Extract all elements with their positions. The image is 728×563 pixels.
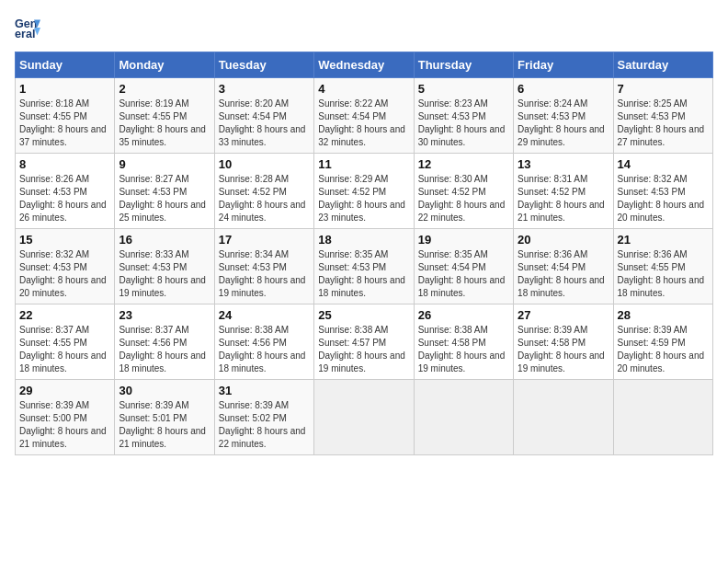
day-cell-25: 25Sunrise: 8:38 AMSunset: 4:57 PMDayligh…	[314, 304, 414, 380]
day-info: Sunrise: 8:35 AMSunset: 4:53 PMDaylight:…	[318, 248, 409, 300]
day-info: Sunrise: 8:37 AMSunset: 4:55 PMDaylight:…	[19, 324, 110, 375]
day-cell-19: 19Sunrise: 8:35 AMSunset: 4:54 PMDayligh…	[414, 229, 513, 304]
header-day-thursday: Thursday	[414, 52, 513, 78]
day-number: 3	[219, 82, 310, 96]
day-cell-11: 11Sunrise: 8:29 AMSunset: 4:52 PMDayligh…	[314, 154, 414, 229]
day-number: 7	[618, 82, 709, 96]
day-info: Sunrise: 8:29 AMSunset: 4:52 PMDaylight:…	[318, 173, 409, 224]
day-number: 25	[318, 308, 409, 322]
day-number: 18	[318, 233, 409, 247]
day-number: 24	[219, 308, 310, 322]
day-number: 17	[219, 233, 310, 247]
day-number: 15	[19, 233, 110, 247]
day-info: Sunrise: 8:35 AMSunset: 4:54 PMDaylight:…	[418, 248, 509, 300]
header-day-sunday: Sunday	[16, 52, 115, 78]
day-cell-22: 22Sunrise: 8:37 AMSunset: 4:55 PMDayligh…	[16, 304, 115, 380]
day-info: Sunrise: 8:26 AMSunset: 4:53 PMDaylight:…	[19, 173, 110, 224]
day-number: 6	[518, 82, 609, 96]
day-cell-24: 24Sunrise: 8:38 AMSunset: 4:56 PMDayligh…	[214, 304, 313, 380]
header-day-friday: Friday	[514, 52, 613, 78]
day-info: Sunrise: 8:33 AMSunset: 4:53 PMDaylight:…	[119, 248, 210, 300]
day-number: 14	[618, 157, 709, 171]
calendar-header-row: SundayMondayTuesdayWednesdayThursdayFrid…	[16, 52, 713, 78]
day-number: 5	[418, 82, 509, 96]
day-info: Sunrise: 8:39 AMSunset: 4:58 PMDaylight:…	[518, 324, 609, 375]
day-info: Sunrise: 8:27 AMSunset: 4:53 PMDaylight:…	[119, 173, 210, 224]
day-cell-12: 12Sunrise: 8:30 AMSunset: 4:52 PMDayligh…	[414, 154, 513, 229]
day-number: 20	[518, 233, 609, 247]
day-cell-31: 31Sunrise: 8:39 AMSunset: 5:02 PMDayligh…	[214, 380, 313, 455]
day-number: 10	[219, 157, 310, 171]
day-cell-6: 6Sunrise: 8:24 AMSunset: 4:53 PMDaylight…	[514, 78, 613, 154]
day-number: 2	[119, 82, 210, 96]
day-info: Sunrise: 8:36 AMSunset: 4:54 PMDaylight:…	[518, 248, 609, 300]
header-day-saturday: Saturday	[613, 52, 712, 78]
logo: Gen eral	[15, 15, 44, 40]
day-number: 19	[418, 233, 509, 247]
header-day-tuesday: Tuesday	[214, 52, 313, 78]
svg-text:eral: eral	[15, 28, 35, 40]
day-info: Sunrise: 8:30 AMSunset: 4:52 PMDaylight:…	[418, 173, 509, 224]
header-day-wednesday: Wednesday	[314, 52, 414, 78]
day-number: 4	[318, 82, 409, 96]
day-number: 29	[19, 384, 110, 397]
day-info: Sunrise: 8:38 AMSunset: 4:57 PMDaylight:…	[318, 324, 409, 375]
day-info: Sunrise: 8:32 AMSunset: 4:53 PMDaylight:…	[618, 173, 709, 224]
day-number: 16	[119, 233, 210, 247]
day-number: 26	[418, 308, 509, 322]
day-cell-17: 17Sunrise: 8:34 AMSunset: 4:53 PMDayligh…	[214, 229, 313, 304]
day-number: 31	[219, 384, 310, 397]
logo-icon: Gen eral	[15, 15, 40, 40]
day-cell-10: 10Sunrise: 8:28 AMSunset: 4:52 PMDayligh…	[214, 154, 313, 229]
day-info: Sunrise: 8:18 AMSunset: 4:55 PMDaylight:…	[19, 98, 110, 149]
day-number: 30	[119, 384, 210, 397]
empty-cell	[314, 380, 414, 455]
day-number: 27	[518, 308, 609, 322]
day-cell-23: 23Sunrise: 8:37 AMSunset: 4:56 PMDayligh…	[115, 304, 214, 380]
day-cell-4: 4Sunrise: 8:22 AMSunset: 4:54 PMDaylight…	[314, 78, 414, 154]
day-info: Sunrise: 8:39 AMSunset: 4:59 PMDaylight:…	[618, 324, 709, 375]
day-cell-20: 20Sunrise: 8:36 AMSunset: 4:54 PMDayligh…	[514, 229, 613, 304]
day-number: 22	[19, 308, 110, 322]
day-info: Sunrise: 8:36 AMSunset: 4:55 PMDaylight:…	[618, 248, 709, 300]
day-cell-9: 9Sunrise: 8:27 AMSunset: 4:53 PMDaylight…	[115, 154, 214, 229]
day-cell-14: 14Sunrise: 8:32 AMSunset: 4:53 PMDayligh…	[613, 154, 712, 229]
day-info: Sunrise: 8:34 AMSunset: 4:53 PMDaylight:…	[219, 248, 310, 300]
day-info: Sunrise: 8:38 AMSunset: 4:56 PMDaylight:…	[219, 324, 310, 375]
empty-cell	[414, 380, 513, 455]
day-cell-8: 8Sunrise: 8:26 AMSunset: 4:53 PMDaylight…	[16, 154, 115, 229]
day-number: 13	[518, 157, 609, 171]
day-cell-21: 21Sunrise: 8:36 AMSunset: 4:55 PMDayligh…	[613, 229, 712, 304]
day-info: Sunrise: 8:39 AMSunset: 5:02 PMDaylight:…	[219, 399, 310, 451]
header-day-monday: Monday	[115, 52, 214, 78]
calendar-week-3: 15Sunrise: 8:32 AMSunset: 4:53 PMDayligh…	[16, 229, 713, 304]
day-info: Sunrise: 8:23 AMSunset: 4:53 PMDaylight:…	[418, 98, 509, 149]
day-number: 9	[119, 157, 210, 171]
day-cell-2: 2Sunrise: 8:19 AMSunset: 4:55 PMDaylight…	[115, 78, 214, 154]
day-info: Sunrise: 8:31 AMSunset: 4:52 PMDaylight:…	[518, 173, 609, 224]
calendar-week-5: 29Sunrise: 8:39 AMSunset: 5:00 PMDayligh…	[16, 380, 713, 455]
day-info: Sunrise: 8:39 AMSunset: 5:01 PMDaylight:…	[119, 399, 210, 451]
calendar-table: SundayMondayTuesdayWednesdayThursdayFrid…	[15, 52, 713, 455]
day-info: Sunrise: 8:39 AMSunset: 5:00 PMDaylight:…	[19, 399, 110, 451]
day-cell-30: 30Sunrise: 8:39 AMSunset: 5:01 PMDayligh…	[115, 380, 214, 455]
day-info: Sunrise: 8:24 AMSunset: 4:53 PMDaylight:…	[518, 98, 609, 149]
day-info: Sunrise: 8:19 AMSunset: 4:55 PMDaylight:…	[119, 98, 210, 149]
page-header: Gen eral	[15, 15, 713, 40]
day-cell-26: 26Sunrise: 8:38 AMSunset: 4:58 PMDayligh…	[414, 304, 513, 380]
day-info: Sunrise: 8:37 AMSunset: 4:56 PMDaylight:…	[119, 324, 210, 375]
empty-cell	[613, 380, 712, 455]
day-cell-27: 27Sunrise: 8:39 AMSunset: 4:58 PMDayligh…	[514, 304, 613, 380]
calendar-week-2: 8Sunrise: 8:26 AMSunset: 4:53 PMDaylight…	[16, 154, 713, 229]
day-cell-13: 13Sunrise: 8:31 AMSunset: 4:52 PMDayligh…	[514, 154, 613, 229]
day-info: Sunrise: 8:22 AMSunset: 4:54 PMDaylight:…	[318, 98, 409, 149]
day-number: 8	[19, 157, 110, 171]
calendar-week-1: 1Sunrise: 8:18 AMSunset: 4:55 PMDaylight…	[16, 78, 713, 154]
day-cell-1: 1Sunrise: 8:18 AMSunset: 4:55 PMDaylight…	[16, 78, 115, 154]
empty-cell	[514, 380, 613, 455]
day-cell-16: 16Sunrise: 8:33 AMSunset: 4:53 PMDayligh…	[115, 229, 214, 304]
day-info: Sunrise: 8:25 AMSunset: 4:53 PMDaylight:…	[618, 98, 709, 149]
day-number: 28	[618, 308, 709, 322]
calendar-week-4: 22Sunrise: 8:37 AMSunset: 4:55 PMDayligh…	[16, 304, 713, 380]
day-number: 12	[418, 157, 509, 171]
